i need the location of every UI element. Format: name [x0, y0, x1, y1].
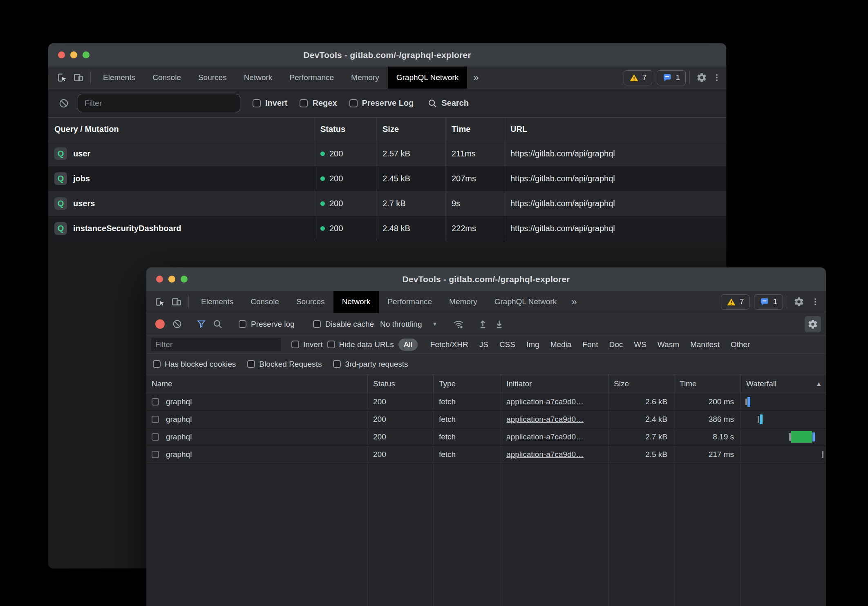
device-toolbar-icon[interactable]: [168, 294, 185, 310]
filter-chip-manifest[interactable]: Manifest: [687, 339, 723, 351]
filter-chip-css[interactable]: CSS: [496, 339, 519, 351]
initiator-link[interactable]: application-a7ca9d0…: [506, 415, 584, 424]
table-row[interactable]: graphql 200 fetch application-a7ca9d0… 2…: [146, 446, 826, 463]
preserve-log-checkbox-group[interactable]: Preserve Log: [349, 98, 414, 108]
filter-chip-js[interactable]: JS: [476, 339, 492, 351]
filter-chip-ws[interactable]: WS: [631, 339, 650, 351]
blocked-requests-checkbox[interactable]: [247, 360, 255, 368]
disable-cache-checkbox-group[interactable]: Disable cache: [313, 320, 374, 329]
has-blocked-cookies-checkbox-group[interactable]: Has blocked cookies: [153, 360, 236, 369]
filter-chip-wasm[interactable]: Wasm: [654, 339, 682, 351]
hide-data-urls-checkbox[interactable]: [327, 341, 335, 348]
preserve-log-checkbox[interactable]: [349, 99, 358, 107]
column-header-name[interactable]: Name: [146, 374, 367, 393]
initiator-link[interactable]: application-a7ca9d0…: [506, 450, 584, 459]
export-har-icon[interactable]: [491, 316, 507, 332]
column-header-size[interactable]: Size: [376, 118, 445, 141]
minimize-window-button[interactable]: [70, 51, 77, 58]
device-toolbar-icon[interactable]: [70, 69, 87, 86]
clear-icon[interactable]: [169, 316, 185, 332]
network-filter-input[interactable]: [151, 338, 281, 351]
filter-chip-other[interactable]: Other: [727, 339, 754, 351]
table-row[interactable]: QinstanceSecurityDashboard 200 2.48 kB 2…: [48, 216, 726, 241]
row-checkbox[interactable]: [152, 433, 159, 441]
close-window-button[interactable]: [156, 276, 163, 283]
tab-sources[interactable]: Sources: [190, 67, 235, 89]
zoom-window-button[interactable]: [83, 51, 89, 58]
search-icon[interactable]: [209, 316, 226, 332]
table-row[interactable]: Qusers 200 2.7 kB 9s https://gitlab.com/…: [48, 191, 726, 216]
tab-elements[interactable]: Elements: [192, 291, 242, 313]
network-conditions-icon[interactable]: [450, 316, 467, 332]
invert-checkbox[interactable]: [253, 99, 261, 107]
import-har-icon[interactable]: [474, 316, 491, 332]
initiator-link[interactable]: application-a7ca9d0…: [506, 397, 584, 406]
kebab-menu-icon[interactable]: [807, 294, 823, 310]
record-button[interactable]: [155, 319, 165, 329]
title-bar[interactable]: DevTools - gitlab.com/-/graphql-explorer: [146, 267, 826, 291]
kebab-menu-icon[interactable]: [710, 69, 726, 86]
minimize-window-button[interactable]: [168, 276, 175, 283]
title-bar[interactable]: DevTools - gitlab.com/-/graphql-explorer: [48, 43, 726, 67]
filter-funnel-icon[interactable]: [193, 316, 209, 332]
issues-badge[interactable]: 1: [754, 294, 783, 310]
column-header-waterfall[interactable]: Waterfall ▲: [740, 374, 826, 393]
issues-badge[interactable]: 1: [657, 70, 686, 85]
blocked-requests-checkbox-group[interactable]: Blocked Requests: [247, 360, 322, 369]
more-tabs-icon[interactable]: »: [565, 291, 583, 313]
tab-network[interactable]: Network: [235, 67, 281, 89]
column-header-initiator[interactable]: Initiator: [501, 374, 608, 393]
search-button[interactable]: Search: [427, 98, 469, 108]
row-checkbox[interactable]: [152, 451, 159, 458]
column-header-status[interactable]: Status: [314, 118, 376, 141]
invert-checkbox[interactable]: [291, 341, 299, 348]
third-party-requests-checkbox-group[interactable]: 3rd-party requests: [333, 360, 408, 369]
throttling-dropdown[interactable]: No throttling ▼: [380, 320, 437, 329]
invert-checkbox-group[interactable]: Invert: [291, 340, 323, 349]
tab-graphql-network[interactable]: GraphQL Network: [486, 291, 565, 313]
has-blocked-cookies-checkbox[interactable]: [153, 360, 161, 368]
preserve-log-checkbox[interactable]: [239, 320, 246, 328]
row-checkbox[interactable]: [152, 416, 159, 423]
close-window-button[interactable]: [58, 51, 65, 58]
table-row[interactable]: Qjobs 200 2.45 kB 207ms https://gitlab.c…: [48, 166, 726, 191]
tab-memory[interactable]: Memory: [342, 67, 388, 89]
zoom-window-button[interactable]: [181, 276, 188, 283]
tab-sources[interactable]: Sources: [288, 291, 333, 313]
filter-chip-doc[interactable]: Doc: [606, 339, 626, 351]
inspect-icon[interactable]: [152, 294, 168, 310]
preserve-log-checkbox-group[interactable]: Preserve log: [239, 320, 295, 329]
hide-data-urls-checkbox-group[interactable]: Hide data URLs: [327, 340, 394, 349]
table-row[interactable]: graphql 200 fetch application-a7ca9d0… 2…: [146, 428, 826, 446]
settings-gear-icon[interactable]: [791, 294, 807, 310]
tab-memory[interactable]: Memory: [441, 291, 486, 313]
filter-chip-all[interactable]: All: [398, 339, 418, 351]
initiator-link[interactable]: application-a7ca9d0…: [506, 432, 584, 441]
network-settings-gear-icon[interactable]: [805, 316, 821, 332]
more-tabs-icon[interactable]: »: [467, 67, 485, 89]
regex-checkbox-group[interactable]: Regex: [300, 98, 337, 108]
column-header-url[interactable]: URL: [504, 118, 726, 141]
filter-chip-fetch-xhr[interactable]: Fetch/XHR: [427, 339, 472, 351]
row-checkbox[interactable]: [152, 398, 159, 405]
tab-graphql-network[interactable]: GraphQL Network: [388, 67, 467, 89]
column-header-type[interactable]: Type: [433, 374, 501, 393]
column-header-time[interactable]: Time: [674, 374, 740, 393]
table-row[interactable]: Quser 200 2.57 kB 211ms https://gitlab.c…: [48, 141, 726, 166]
filter-chip-font[interactable]: Font: [579, 339, 601, 351]
table-row[interactable]: graphql 200 fetch application-a7ca9d0… 2…: [146, 393, 826, 411]
tab-performance[interactable]: Performance: [379, 291, 441, 313]
tab-network[interactable]: Network: [333, 291, 379, 313]
tab-elements[interactable]: Elements: [94, 67, 144, 89]
tab-console[interactable]: Console: [144, 67, 190, 89]
disable-cache-checkbox[interactable]: [313, 320, 321, 328]
inspect-icon[interactable]: [54, 69, 70, 86]
invert-checkbox-group[interactable]: Invert: [253, 98, 287, 108]
column-header-size[interactable]: Size: [608, 374, 674, 393]
column-header-query-mutation[interactable]: Query / Mutation: [48, 118, 314, 141]
table-row[interactable]: graphql 200 fetch application-a7ca9d0… 2…: [146, 411, 826, 428]
tab-performance[interactable]: Performance: [281, 67, 342, 89]
column-header-time[interactable]: Time: [445, 118, 504, 141]
tab-console[interactable]: Console: [242, 291, 288, 313]
warnings-badge[interactable]: 7: [624, 70, 653, 85]
